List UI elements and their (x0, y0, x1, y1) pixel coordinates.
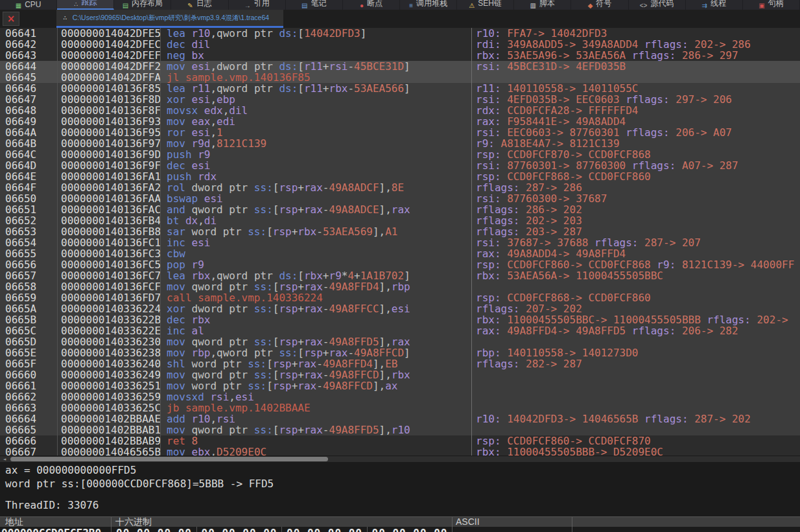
trace-address: 0000000140136F95 (58, 127, 161, 138)
trace-row[interactable]: 0664C0000000140136F9Dpush r9rsp: CCD0FCF… (0, 149, 800, 160)
trace-row[interactable]: 066510000000140136FACand qword ptr ss:[r… (0, 204, 800, 215)
trace-address: 0000000140136FC1 (58, 237, 161, 248)
trace-row[interactable]: 0664F0000000140136FA2rol dword ptr ss:[r… (0, 182, 800, 193)
trace-disasm: sar word ptr ss:[rsp+rbx-53AEA569],A1 (161, 226, 472, 237)
trace-row[interactable]: 06643000000014042DFEFneg bxrbx: 53AE5A96… (0, 50, 800, 61)
tab-symbols[interactable]: ◆符号 (571, 0, 628, 10)
close-trace-button[interactable]: × (3, 12, 19, 26)
trace-registers: rsp: CCD0FCF868-> CCD0FCF860 (472, 171, 800, 182)
trace-address: 0000000140136FA1 (58, 171, 161, 182)
trace-row[interactable]: 0665C000000014033622Einc alrax: 49A8FFD4… (0, 325, 800, 336)
trace-registers: r10: 14042DFD3-> 14046565B rflags: 287->… (472, 413, 800, 424)
trace-registers: rflags: 282-> 287 (472, 358, 800, 369)
scroll-left-arrow-icon[interactable]: ◄ (1, 456, 8, 462)
tab-breakpoints[interactable]: ●断点 (343, 0, 400, 10)
trace-row[interactable]: 06644000000014042DFF2mov esi,dword ptr d… (0, 61, 800, 72)
tab-cpu[interactable]: ▦CPU (0, 0, 57, 10)
trace-registers: r11: 140110558-> 14011055C (472, 83, 800, 94)
trace-row[interactable]: 066540000000140136FC1inc esirsi: 37687->… (0, 237, 800, 248)
tab-notes[interactable]: ▤笔记 (286, 0, 343, 10)
trace-row[interactable]: 0665E0000000140336238mov rbp,qword ptr s… (0, 347, 800, 358)
horizontal-scrollbar[interactable]: ◄ (0, 456, 800, 462)
tab-references[interactable]: →引用 (229, 0, 286, 10)
trace-row[interactable]: 06663000000014033625Cjb sample.vmp.1402B… (0, 402, 800, 413)
trace-address: 0000000140336238 (58, 347, 161, 358)
trace-row[interactable]: 066460000000140136F85lea r11,qword ptr d… (0, 83, 800, 94)
trace-address: 0000000140136F85 (58, 83, 161, 94)
tab-memory-map[interactable]: ▤内存布局 (114, 0, 171, 10)
trace-row[interactable]: 066620000000140336259movsxd rsi,esi (0, 391, 800, 402)
trace-index: 0664D (0, 160, 58, 171)
trace-row[interactable]: 0665D0000000140336230mov qword ptr ss:[r… (0, 336, 800, 347)
trace-table[interactable]: 06641000000014042DFE5lea r10,qword ptr d… (0, 28, 800, 456)
trace-disasm: inc al (161, 325, 472, 336)
trace-row[interactable]: 066490000000140136F93mov eax,edirax: F95… (0, 116, 800, 127)
trace-row[interactable]: 066470000000140136F8Dxor esi,ebprsi: 4EF… (0, 94, 800, 105)
trace-row[interactable]: 066580000000140136FCFmov qword ptr ss:[r… (0, 281, 800, 292)
trace-address: 0000000140336259 (58, 391, 161, 402)
trace-registers: rax: 49A8FFD4-> 49A8FFD5 rflags: 206-> 2… (472, 325, 800, 336)
trace-row[interactable]: 066520000000140136FB4bt dx,dirflags: 202… (0, 215, 800, 226)
trace-row[interactable]: 0664A0000000140136F95ror esi,1rsi: EEC06… (0, 127, 800, 138)
trace-row[interactable]: 066550000000140136FC3cbwrax: 49A8ADD4-> … (0, 248, 800, 259)
trace-index: 06657 (0, 270, 58, 281)
call-stack-icon: ≡ (409, 2, 413, 9)
trace-row[interactable]: 0664B0000000140136F97mov r9d,8121C139r9:… (0, 138, 800, 149)
trace-row[interactable]: 0665A0000000140336224xor dword ptr ss:[r… (0, 303, 800, 314)
tab-call-stack[interactable]: ≡调用堆栈 (400, 0, 457, 10)
dump-header-hex: 十六进制 (112, 517, 453, 527)
trace-address: 000000014033622E (58, 325, 161, 336)
trace-row[interactable]: 066610000000140336251mov word ptr ss:[rs… (0, 380, 800, 391)
trace-disasm: mov qword ptr ss:[rsp+rax-49A8FFD5],r10 (161, 424, 472, 435)
trace-row[interactable]: 066570000000140136FC7lea rbx,qword ptr d… (0, 270, 800, 281)
trace-row[interactable]: 06645000000014042DFFAjl sample.vmp.14013… (0, 72, 800, 83)
trace-row[interactable]: 0665F0000000140336240shl word ptr ss:[rs… (0, 358, 800, 369)
trace-file-tab[interactable]: ∴ C:\Users\90965\Desktop\新vmp研究\刺杀vmp3.9… (56, 10, 283, 28)
tab-script[interactable]: ▥脚本 (514, 0, 571, 10)
trace-index: 0664B (0, 138, 58, 149)
trace-address: 0000000140136FCF (58, 281, 161, 292)
tab-source[interactable]: <>源代码 (629, 0, 686, 10)
trace-row[interactable]: 0666500000001402BBAB1mov qword ptr ss:[r… (0, 424, 800, 435)
trace-row[interactable]: 066530000000140136FB8sar word ptr ss:[rs… (0, 226, 800, 237)
trace-registers: rsp: CCD0FCF868-> CCD0FCF860 (472, 292, 800, 303)
tab-label: 引用 (254, 0, 270, 9)
trace-row[interactable]: 06641000000014042DFE5lea r10,qword ptr d… (0, 28, 800, 39)
trace-row[interactable]: 066500000000140136FAAbswap esirsi: 87760… (0, 193, 800, 204)
trace-address: 0000000140336249 (58, 369, 161, 380)
memory-map-icon: ▤ (123, 2, 128, 9)
trace-disasm: dec esi (161, 160, 472, 171)
trace-address: 000000014042DFFA (58, 72, 161, 83)
dump-row[interactable]: 000000CCD0FCF3B0 00 00 00 0000 00 00 000… (0, 527, 800, 532)
trace-row[interactable]: 0666600000001402BBAB9ret 8rsp: CCD0FCF86… (0, 435, 800, 446)
trace-row[interactable]: 06642000000014042DFECdec dilrdi: 349A8AD… (0, 39, 800, 50)
trace-index: 06658 (0, 281, 58, 292)
scrollbar-thumb[interactable] (10, 457, 328, 461)
tab-handles[interactable]: ▣句柄 (743, 0, 800, 10)
trace-index: 06665 (0, 424, 58, 435)
trace-index: 06652 (0, 215, 58, 226)
tab-trace[interactable]: ∴跟踪 (57, 0, 114, 10)
trace-row[interactable]: 0666400000001402BBAAEadd r10,rsir10: 140… (0, 413, 800, 424)
trace-row[interactable]: 066590000000140136FD7call sample.vmp.140… (0, 292, 800, 303)
trace-row[interactable]: 06667000000014046565Bmov ebx,D5209E0Crbx… (0, 446, 800, 456)
trace-row[interactable]: 066600000000140336249mov qword ptr ss:[r… (0, 369, 800, 380)
tab-label: 线程 (711, 0, 726, 9)
tab-seh-chain[interactable]: ⚠SEH链 (457, 0, 514, 10)
tab-log[interactable]: ✎日志 (171, 0, 228, 10)
trace-index: 06656 (0, 259, 58, 270)
trace-index: 06661 (0, 380, 58, 391)
trace-registers: rsp: CCD0FCF870-> CCD0FCF868 (472, 149, 800, 160)
trace-registers (472, 336, 800, 347)
trace-disasm: ror esi,1 (161, 127, 472, 138)
trace-registers: rsp: CCD0FCF860-> CCD0FCF870 (472, 435, 800, 446)
trace-row[interactable]: 0664E0000000140136FA1push rdxrsp: CCD0FC… (0, 171, 800, 182)
tab-threads[interactable]: ⇉线程 (686, 0, 743, 10)
trace-row[interactable]: 0665B000000014033622Bdec rbxrbx: 1100045… (0, 314, 800, 325)
trace-row[interactable]: 0664D0000000140136F9Fdec esirsi: 8776030… (0, 160, 800, 171)
trace-disasm: dec dil (161, 39, 472, 50)
trace-row[interactable]: 066480000000140136F8Fmovsx edx,dilrdx: C… (0, 105, 800, 116)
trace-row[interactable]: 066560000000140136FC5pop r9rsp: CCD0FCF8… (0, 259, 800, 270)
trace-file-path: C:\Users\90965\Desktop\新vmp研究\刺杀vmp3.9.4… (73, 14, 269, 23)
trace-disasm: ret 8 (161, 435, 472, 446)
